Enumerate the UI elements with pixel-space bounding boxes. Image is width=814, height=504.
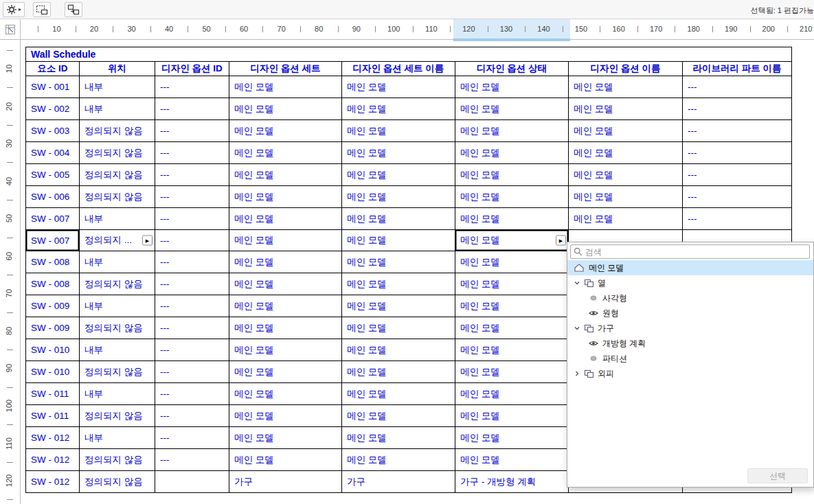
table-cell[interactable]: SW - 009 [26, 317, 80, 339]
table-cell[interactable]: SW - 012 [26, 449, 80, 471]
table-cell[interactable]: --- [155, 251, 229, 273]
option-set-row[interactable]: 열 [567, 275, 813, 290]
table-cell[interactable]: 메인 모델 [569, 208, 683, 230]
table-cell[interactable]: 메인 모델 [342, 361, 455, 383]
table-cell[interactable]: 메인 모델 [455, 142, 569, 164]
column-header-2[interactable]: 디자인 옵션 ID [155, 62, 229, 76]
table-cell[interactable]: 내부 [80, 76, 155, 98]
table-cell[interactable]: 메인 모델 [569, 164, 683, 186]
table-cell[interactable]: --- [155, 295, 229, 317]
option-set-row[interactable]: 외피 [567, 366, 813, 381]
design-option-row[interactable]: 사각형 [567, 290, 813, 306]
transfer-tool-button[interactable] [65, 2, 82, 17]
table-cell[interactable]: 메인 모델 [229, 230, 342, 251]
table-cell[interactable]: 메인 모델 [455, 339, 569, 361]
design-option-row[interactable]: 개방형 계획 [567, 336, 813, 351]
table-cell[interactable]: 메인 모델 [342, 120, 455, 142]
open-dropdown-button[interactable]: ▶ [556, 236, 566, 246]
table-cell[interactable]: 메인 모델 [229, 383, 342, 405]
table-cell[interactable]: --- [155, 164, 229, 186]
table-cell[interactable]: 정의되지 않음 [80, 164, 155, 186]
table-cell[interactable]: 가구 - 개방형 계획 [455, 471, 569, 493]
table-cell[interactable]: 메인 모델 [342, 449, 455, 471]
column-header-4[interactable]: 디자인 옵션 세트 이름 [342, 62, 455, 76]
column-header-3[interactable]: 디자인 옵션 세트 [229, 62, 342, 76]
table-cell[interactable]: 메인 모델 [455, 164, 569, 186]
table-cell[interactable]: --- [683, 76, 792, 98]
selected-status-cell[interactable]: 메인 모델▶ [455, 230, 569, 251]
table-cell[interactable]: --- [155, 449, 229, 471]
table-cell[interactable]: --- [683, 98, 792, 120]
table-cell[interactable]: --- [155, 361, 229, 383]
table-cell[interactable]: 메인 모델 [455, 427, 569, 449]
table-cell[interactable]: SW - 003 [26, 120, 80, 142]
table-cell[interactable]: SW - 007 [26, 208, 80, 230]
table-cell[interactable]: --- [683, 208, 792, 230]
table-cell[interactable]: 메인 모델 [455, 273, 569, 295]
table-cell[interactable]: --- [683, 142, 792, 164]
table-cell[interactable]: --- [683, 186, 792, 208]
table-cell[interactable]: 메인 모델 [342, 273, 455, 295]
table-cell[interactable]: 정의되지 않음 [80, 317, 155, 339]
table-cell[interactable]: 메인 모델 [342, 230, 455, 251]
table-cell[interactable]: 정의되지 않음 [80, 449, 155, 471]
table-cell[interactable]: SW - 008 [26, 251, 80, 273]
table-cell[interactable]: 메인 모델 [229, 317, 342, 339]
table-cell[interactable]: 정의되지 않음 [80, 142, 155, 164]
table-cell[interactable]: 메인 모델 [455, 317, 569, 339]
table-cell[interactable]: 메인 모델 [569, 120, 683, 142]
table-cell[interactable]: 내부 [80, 295, 155, 317]
horizontal-ruler[interactable]: 1020304050607080901001101201301401501601… [21, 19, 814, 40]
table-cell[interactable]: 정의되지 않음 [80, 471, 155, 493]
table-cell[interactable]: --- [155, 339, 229, 361]
table-cell[interactable]: SW - 006 [26, 186, 80, 208]
table-cell[interactable]: 정의되지 않음 [80, 186, 155, 208]
table-cell[interactable]: SW - 005 [26, 164, 80, 186]
table-cell[interactable]: --- [155, 76, 229, 98]
table-cell[interactable]: 메인 모델 [229, 76, 342, 98]
table-cell[interactable]: 메인 모델 [342, 427, 455, 449]
design-option-row[interactable]: 파티션 [567, 351, 813, 366]
table-cell[interactable]: 메인 모델 [455, 98, 569, 120]
column-header-6[interactable]: 디자인 옵션 이름 [569, 62, 683, 76]
ruler-origin-button[interactable] [0, 19, 21, 40]
table-cell[interactable]: 메인 모델 [229, 295, 342, 317]
table-cell[interactable]: SW - 012 [26, 427, 80, 449]
table-cell[interactable]: 메인 모델 [342, 142, 455, 164]
table-cell[interactable]: 메인 모델 [569, 76, 683, 98]
table-cell[interactable]: SW - 011 [26, 383, 80, 405]
table-cell[interactable]: --- [155, 317, 229, 339]
table-cell[interactable]: 메인 모델 [455, 76, 569, 98]
table-cell[interactable]: 메인 모델 [229, 142, 342, 164]
table-cell[interactable]: 메인 모델 [342, 383, 455, 405]
table-cell[interactable]: 메인 모델 [229, 164, 342, 186]
table-cell[interactable]: SW - 008 [26, 273, 80, 295]
table-cell[interactable]: SW - 010 [26, 361, 80, 383]
table-cell[interactable]: --- [155, 208, 229, 230]
table-cell[interactable]: --- [155, 383, 229, 405]
table-cell[interactable]: 내부 [80, 208, 155, 230]
table-cell[interactable]: 가구 [342, 471, 455, 493]
table-cell[interactable]: 내부 [80, 383, 155, 405]
column-header-0[interactable]: 요소 ID [26, 62, 80, 76]
settings-gear-button[interactable]: ▸ [3, 2, 25, 17]
table-cell[interactable]: 메인 모델 [342, 339, 455, 361]
table-cell[interactable]: SW - 002 [26, 98, 80, 120]
table-cell[interactable]: 메인 모델 [229, 98, 342, 120]
table-cell[interactable]: 메인 모델 [229, 273, 342, 295]
column-header-7[interactable]: 라이브러리 파트 이름 [683, 62, 792, 76]
table-cell[interactable]: 메인 모델 [342, 164, 455, 186]
table-cell[interactable]: 메인 모델 [342, 98, 455, 120]
table-cell[interactable]: 메인 모델 [342, 317, 455, 339]
option-set-row[interactable]: 가구 [567, 321, 813, 336]
table-cell[interactable]: 메인 모델 [569, 98, 683, 120]
table-cell[interactable]: 메인 모델 [569, 142, 683, 164]
table-cell[interactable]: --- [155, 120, 229, 142]
table-cell[interactable]: SW - 011 [26, 405, 80, 427]
table-cell[interactable]: 메인 모델 [229, 339, 342, 361]
table-cell[interactable]: 메인 모델 [342, 295, 455, 317]
table-cell[interactable]: 내부 [80, 339, 155, 361]
table-cell[interactable]: --- [155, 186, 229, 208]
table-cell[interactable]: 메인 모델 [455, 251, 569, 273]
table-cell[interactable]: 정의되지 않음 [80, 120, 155, 142]
